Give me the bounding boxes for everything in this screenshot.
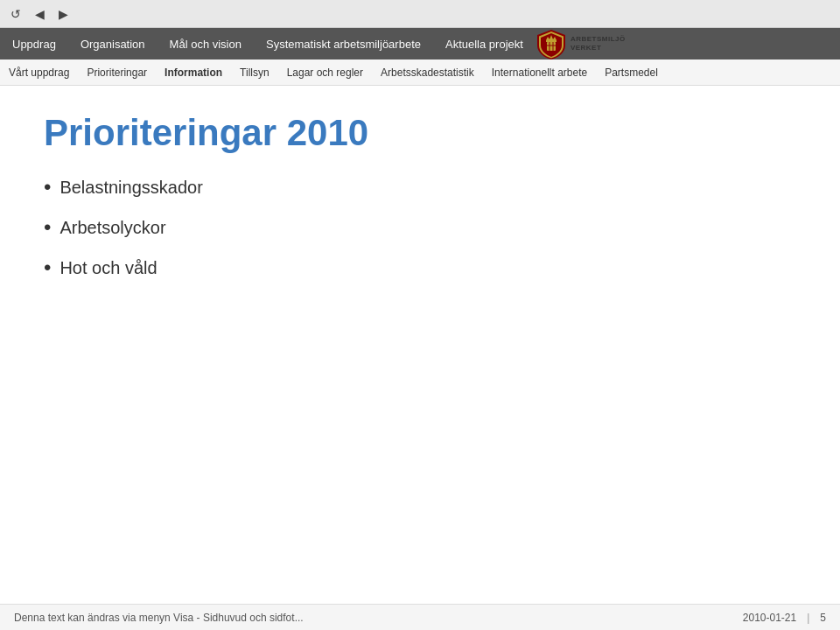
list-item-text: Hot och våld [60, 258, 157, 278]
back-button[interactable]: ◀ [32, 5, 48, 23]
nav-item-aktuella-projekt[interactable]: Aktuella projekt [433, 28, 536, 60]
main-content: Prioriteringar 2010 Belastningsskador Ar… [0, 86, 840, 604]
toolbar: ↺ ◀ ▶ [0, 0, 840, 28]
footer: Denna text kan ändras via menyn Visa - S… [0, 604, 840, 630]
logo-area: ARBETSMILJÖ VERKET [536, 28, 633, 60]
sec-item-vart-uppdrag[interactable]: Vårt uppdrag [7, 63, 71, 82]
page-title: Prioriteringar 2010 [44, 112, 796, 154]
list-item-text: Arbetsolyckor [60, 218, 165, 238]
undo-button[interactable]: ↺ [7, 5, 24, 23]
sec-item-partsmedel[interactable]: Partsmedel [603, 63, 660, 82]
footer-right: 2010-01-21 | 5 [743, 612, 826, 624]
logo-line1: ARBETSMILJÖ [570, 35, 626, 44]
forward-button[interactable]: ▶ [55, 5, 72, 23]
sec-item-arbetsskadestatistik[interactable]: Arbetsskadestatistik [379, 63, 476, 82]
nav-item-organisation[interactable]: Organisation [68, 28, 158, 60]
logo-emblem-icon [536, 28, 567, 60]
secondary-nav: Vårt uppdrag Prioriteringar Information … [0, 60, 840, 86]
footer-divider: | [807, 612, 809, 624]
list-item-hot-och-vald: Hot och våld [44, 256, 796, 280]
primary-nav: Uppdrag Organisation Mål och vision Syst… [0, 28, 840, 60]
footer-date: 2010-01-21 [743, 612, 796, 624]
sec-item-prioriteringar[interactable]: Prioriteringar [85, 63, 149, 82]
footer-hint: Denna text kan ändras via menyn Visa - S… [14, 612, 304, 624]
sec-item-internationellt-arbete[interactable]: Internationellt arbete [490, 63, 589, 82]
logo-wordmark: ARBETSMILJÖ VERKET [570, 35, 626, 53]
sec-item-information[interactable]: Information [163, 63, 224, 82]
list-item-belastningsskador: Belastningsskador [44, 175, 796, 200]
footer-page-number: 5 [820, 612, 826, 624]
svg-rect-0 [547, 42, 556, 51]
bullet-list: Belastningsskador Arbetsolyckor Hot och … [44, 175, 796, 280]
sec-item-lagar-och-regler[interactable]: Lagar och regler [285, 63, 365, 82]
list-item-arbetsolyckor: Arbetsolyckor [44, 215, 796, 240]
nav-item-systematiskt[interactable]: Systematiskt arbetsmiljöarbete [254, 28, 433, 60]
logo-line2: VERKET [570, 44, 626, 52]
nav-item-mal-och-vision[interactable]: Mål och vision [158, 28, 254, 60]
sec-item-tillsyn[interactable]: Tillsyn [238, 63, 271, 82]
list-item-text: Belastningsskador [60, 178, 202, 198]
nav-item-uppdrag[interactable]: Uppdrag [0, 28, 68, 60]
